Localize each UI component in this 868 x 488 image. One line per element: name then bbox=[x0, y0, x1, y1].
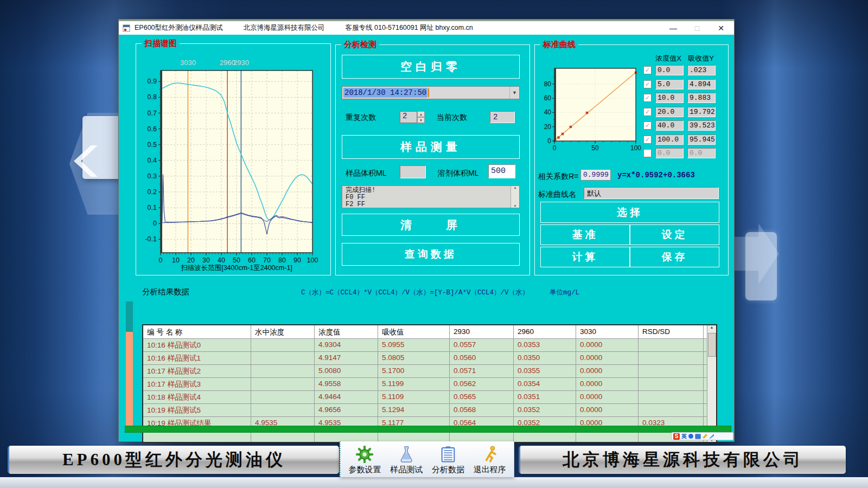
current-count-field[interactable]: 2 bbox=[490, 111, 515, 123]
svg-text:2930: 2930 bbox=[233, 59, 249, 67]
point-checkbox[interactable]: ✓ bbox=[643, 136, 652, 144]
solvent-volume-field[interactable]: 500 bbox=[488, 164, 515, 178]
svg-text:0.2: 0.2 bbox=[148, 188, 157, 196]
results-cell: 0.0000 bbox=[576, 378, 639, 390]
concentration-x-field[interactable]: 0.0 bbox=[655, 65, 684, 75]
absorbance-y-field[interactable]: 4.894 bbox=[687, 79, 716, 89]
svg-text:0.1: 0.1 bbox=[148, 204, 157, 211]
select-curve-button[interactable]: 选择 bbox=[540, 202, 719, 223]
results-cell: 5.1109 bbox=[378, 391, 450, 403]
scan-chart: 3030296029300102030405060708090100-0.100… bbox=[139, 54, 323, 272]
concentration-x-header: 浓度值X bbox=[653, 54, 684, 63]
results-cell bbox=[251, 391, 315, 403]
calculate-button[interactable]: 计算 bbox=[540, 247, 630, 267]
results-vertical-scrollbar[interactable]: ▲▼ bbox=[707, 325, 716, 442]
ime-wrench-icon[interactable] bbox=[703, 434, 707, 439]
absorbance-y-field[interactable]: 19.792 bbox=[687, 107, 716, 117]
point-checkbox[interactable]: ✓ bbox=[643, 66, 652, 74]
concentration-x-field[interactable]: 100.0 bbox=[655, 134, 684, 145]
scroll-up-icon[interactable]: ▲ bbox=[710, 325, 714, 329]
concentration-x-field[interactable]: 20.0 bbox=[655, 107, 684, 117]
stepper-up-icon[interactable]: ▲ bbox=[417, 111, 425, 117]
concentration-x-field[interactable]: 0.0 bbox=[655, 148, 684, 158]
results-cell: 5.1294 bbox=[378, 404, 450, 416]
tool-exit-program[interactable]: 退出程序 bbox=[469, 445, 510, 475]
results-cell: 4.9464 bbox=[315, 391, 378, 403]
ime-keyboard-icon[interactable] bbox=[695, 434, 701, 439]
svg-text:0.5: 0.5 bbox=[148, 141, 157, 149]
curve-name-field[interactable]: 默认 bbox=[584, 187, 719, 199]
results-header-cell[interactable]: 2930 bbox=[450, 325, 514, 338]
baseline-button[interactable]: 基准 bbox=[540, 224, 630, 245]
blank-zero-button[interactable]: 空白归零 bbox=[342, 55, 520, 79]
repeat-count-stepper[interactable]: 2 ▲▼ bbox=[400, 111, 425, 123]
results-cell bbox=[639, 378, 704, 390]
tool-parameter-settings[interactable]: 参数设置 bbox=[344, 445, 385, 475]
scroll-up-icon[interactable]: ▲ bbox=[514, 186, 517, 189]
results-row[interactable]: 10:16 样品测试14.91475.08050.05600.03500.000… bbox=[143, 352, 716, 365]
results-row[interactable]: 10:17 样品测试34.95585.11990.05620.03540.000… bbox=[143, 378, 716, 391]
point-checkbox[interactable] bbox=[643, 149, 652, 157]
results-cell: 5.1199 bbox=[378, 378, 450, 390]
absorbance-y-field[interactable]: .023 bbox=[687, 65, 716, 75]
concentration-x-field[interactable]: 5.0 bbox=[655, 79, 684, 89]
minimize-button[interactable]: — bbox=[669, 24, 678, 33]
ime-pen-icon[interactable] bbox=[709, 434, 714, 439]
concentration-x-field[interactable]: 40.0 bbox=[655, 120, 684, 131]
results-cell bbox=[639, 404, 704, 416]
absorbance-y-field[interactable]: 9.883 bbox=[687, 93, 716, 103]
concentration-x-field[interactable]: 10.0 bbox=[655, 93, 684, 103]
point-checkbox[interactable]: ✓ bbox=[643, 80, 652, 88]
results-header-cell[interactable]: 水中浓度 bbox=[251, 325, 315, 338]
results-row[interactable]: 10:18 样品测试44.94645.11090.05650.03510.000… bbox=[143, 391, 716, 404]
log-listbox[interactable]: 完成扫描!F0 FFF2 FF ▲▼ bbox=[342, 185, 520, 208]
chevron-down-icon[interactable]: ▼ bbox=[509, 87, 519, 99]
stepper-down-icon[interactable]: ▼ bbox=[417, 117, 425, 123]
save-button[interactable]: 保存 bbox=[630, 247, 719, 267]
maximize-button[interactable]: □ bbox=[693, 24, 701, 33]
results-row[interactable]: 10:16 样品测试04.93045.09550.05570.03530.000… bbox=[143, 339, 716, 352]
ime-moon-icon[interactable] bbox=[688, 434, 693, 439]
results-header-cell[interactable]: 3030 bbox=[576, 325, 639, 338]
results-row[interactable]: 10:17 样品测试25.00805.17000.05710.03550.000… bbox=[143, 365, 716, 378]
tool-analysis-data[interactable]: 分析数据 bbox=[427, 445, 469, 475]
point-checkbox[interactable]: ✓ bbox=[643, 121, 652, 130]
results-header-cell[interactable]: 2960 bbox=[514, 325, 576, 338]
results-cell bbox=[639, 365, 704, 377]
scroll-down-icon[interactable]: ▼ bbox=[514, 204, 517, 208]
point-checkbox[interactable]: ✓ bbox=[643, 108, 652, 116]
results-cell: 10:19 样品测试5 bbox=[143, 404, 251, 416]
sample-measure-button[interactable]: 样品测量 bbox=[342, 135, 520, 159]
results-header-cell[interactable]: 编 号 名 称 bbox=[143, 325, 251, 338]
results-cell: 10:17 样品测试2 bbox=[143, 365, 251, 377]
ime-toolbar[interactable]: S 英 bbox=[671, 432, 733, 440]
query-data-button[interactable]: 查询数据 bbox=[342, 243, 520, 266]
results-cell: 0.0354 bbox=[514, 378, 576, 390]
ime-logo-icon[interactable]: S bbox=[673, 433, 680, 440]
results-header-cell[interactable]: 吸收值 bbox=[378, 325, 450, 338]
correlation-value-field[interactable]: 0.9999 bbox=[580, 169, 611, 181]
absorbance-y-field[interactable]: 0.0 bbox=[687, 148, 716, 158]
set-button[interactable]: 设定 bbox=[630, 224, 719, 245]
results-header-cell[interactable]: 浓度值 bbox=[315, 325, 378, 338]
clear-screen-button[interactable]: 清 屏 bbox=[342, 214, 520, 236]
ime-mode-toggle[interactable]: 英 bbox=[681, 433, 687, 440]
close-button[interactable]: ✕ bbox=[717, 24, 725, 33]
sample-volume-field[interactable] bbox=[400, 165, 426, 178]
point-checkbox[interactable]: ✓ bbox=[643, 94, 652, 102]
log-scrollbar[interactable]: ▲▼ bbox=[510, 186, 519, 208]
title-bar[interactable]: EP600型红外测油仪样品测试 北京博海星源科技有限公司 客服专线 010-57… bbox=[119, 20, 734, 35]
analysis-title: 分析检测 bbox=[341, 40, 379, 50]
datetime-combo[interactable]: 2018/1/30 14:27:50 ▼ bbox=[342, 86, 520, 99]
results-row[interactable]: 10:19 样品测试54.96565.12940.05680.03520.000… bbox=[143, 404, 716, 417]
results-header-cell[interactable]: RSD/SD bbox=[639, 325, 704, 338]
standard-point-row: ✓100.095.945 bbox=[643, 134, 719, 145]
tool-sample-test[interactable]: 样品测试 bbox=[386, 445, 427, 475]
absorbance-y-field[interactable]: 95.945 bbox=[687, 134, 716, 145]
absorbance-y-field[interactable]: 39.523 bbox=[687, 120, 716, 131]
scrollbar-thumb[interactable] bbox=[708, 333, 716, 357]
gear-icon bbox=[355, 445, 374, 464]
repeat-count-value[interactable]: 2 bbox=[400, 111, 417, 123]
standard-point-row: 0.00.0 bbox=[643, 147, 719, 159]
svg-text:70: 70 bbox=[263, 256, 271, 264]
